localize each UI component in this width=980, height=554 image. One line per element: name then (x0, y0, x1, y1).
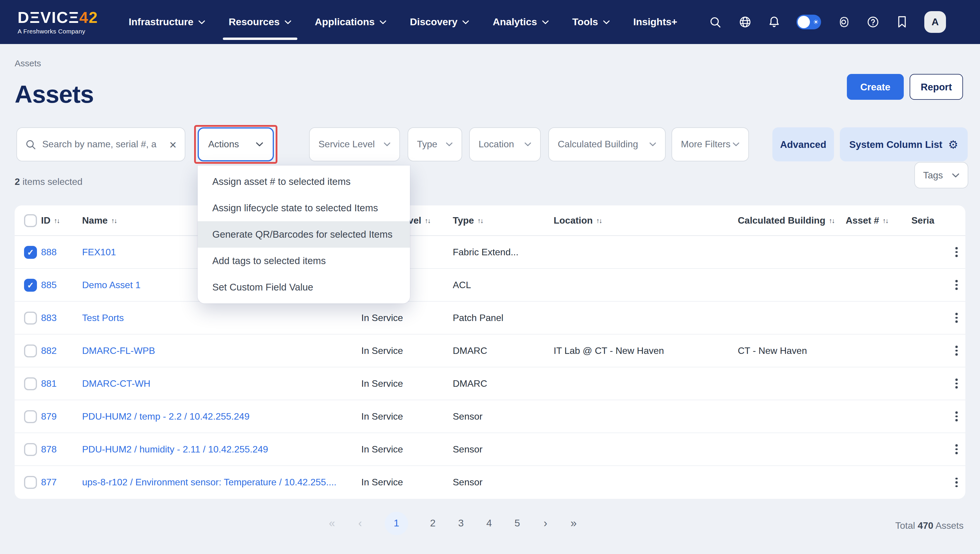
asset-name-link[interactable]: PDU-HUM2 / humidity - 2.11 / 10.42.255.2… (82, 444, 274, 454)
sort-icon[interactable]: ↑↓ (596, 217, 602, 224)
menu-item-assign-asset-to-selected-items[interactable]: Assign asset # to selected items (198, 168, 410, 195)
actions-dropdown-button[interactable]: Actions (198, 127, 274, 161)
last-page-button[interactable]: » (570, 517, 577, 530)
create-button[interactable]: Create (847, 74, 904, 100)
row-checkbox[interactable]: ✓ (24, 246, 37, 259)
sort-icon[interactable]: ↑↓ (425, 217, 431, 224)
sort-icon[interactable]: ↑↓ (829, 217, 835, 224)
filter-type[interactable]: Type (407, 127, 462, 161)
nav-item-applications[interactable]: Applications (315, 0, 387, 44)
filter-more-filters[interactable]: More Filters (671, 127, 749, 161)
report-button[interactable]: Report (910, 74, 963, 100)
column-header-location[interactable]: Location↑↓ (554, 215, 738, 226)
asset-id-link[interactable]: 878 (41, 444, 62, 454)
search-icon (25, 139, 37, 150)
user-avatar[interactable]: A (924, 11, 946, 33)
bookmark-icon[interactable] (895, 15, 909, 29)
row-checkbox[interactable] (24, 311, 37, 324)
breadcrumb[interactable]: Assets (15, 58, 41, 68)
service-level-cell: In Service (361, 345, 409, 355)
row-kebab-menu[interactable] (948, 343, 965, 358)
asset-id-link[interactable]: 879 (41, 411, 62, 421)
row-checkbox[interactable] (24, 443, 37, 456)
clear-search-icon[interactable]: × (169, 138, 177, 150)
nav-item-discovery[interactable]: Discovery (410, 0, 469, 44)
asset-id-link[interactable]: 885 (41, 279, 62, 290)
theme-toggle[interactable]: ☀ (796, 15, 821, 29)
row-checkbox[interactable] (24, 344, 37, 357)
row-checkbox[interactable]: ✓ (24, 278, 37, 291)
column-header-id[interactable]: ID↑↓ (41, 215, 82, 226)
globe-icon[interactable] (738, 15, 752, 29)
filter-service-level[interactable]: Service Level (309, 127, 400, 161)
nav-item-tools[interactable]: Tools (572, 0, 609, 44)
asset-name-link[interactable]: PDU-HUM2 / temp - 2.2 / 10.42.255.249 (82, 411, 255, 421)
page-button-4[interactable]: 4 (485, 517, 493, 529)
notifications-bell-icon[interactable] (767, 15, 781, 29)
asset-name-link[interactable]: DMARC-CT-WH (82, 378, 156, 388)
menu-item-generate-qr-barcodes-for-selected-items[interactable]: Generate QR/Barcodes for selected Items (198, 221, 410, 247)
nav-item-resources[interactable]: Resources (229, 0, 291, 44)
column-header-type[interactable]: Type↑↓ (453, 215, 554, 226)
tags-dropdown[interactable]: Tags (914, 162, 968, 188)
chevron-down-icon (379, 20, 387, 24)
asset-name-link[interactable]: ups-8-r102 / Environment sensor: Tempera… (82, 477, 342, 487)
filter-location[interactable]: Location (469, 127, 541, 161)
column-header-seria[interactable]: Seria (912, 215, 948, 226)
nav-item-infrastructure[interactable]: Infrastructure (129, 0, 205, 44)
asset-name-link[interactable]: FEX101 (82, 247, 122, 257)
search-icon[interactable] (708, 15, 722, 29)
menu-item-add-tags-to-selected-items[interactable]: Add tags to selected items (198, 247, 410, 274)
search-input[interactable] (42, 139, 163, 150)
row-kebab-menu[interactable] (948, 311, 965, 325)
system-column-list-button[interactable]: System Column List ⚙ (840, 127, 968, 161)
asset-id-link[interactable]: 882 (41, 345, 62, 355)
row-checkbox[interactable] (24, 476, 37, 489)
nav-item-insights[interactable]: Insights+ (633, 0, 678, 44)
next-page-button[interactable]: › (542, 517, 549, 530)
asset-id-link[interactable]: 888 (41, 247, 62, 257)
settings-gear-icon[interactable] (836, 15, 850, 29)
sort-icon[interactable]: ↑↓ (54, 217, 59, 224)
menu-item-assign-lifecycle-state-to-selected-items[interactable]: Assign lifecycle state to selected Items (198, 195, 410, 221)
asset-name-link[interactable]: Demo Asset 1 (82, 279, 146, 290)
service-level-cell: In Service (361, 411, 409, 421)
row-kebab-menu[interactable] (948, 442, 965, 457)
page-button-2[interactable]: 2 (429, 517, 436, 529)
column-header-asset[interactable]: Asset #↑↓ (846, 215, 912, 226)
page-button-3[interactable]: 3 (457, 517, 465, 529)
row-kebab-menu[interactable] (948, 475, 965, 490)
page-button-5[interactable]: 5 (514, 517, 521, 529)
sort-icon[interactable]: ↑↓ (111, 217, 117, 224)
filter-calculated-building[interactable]: Calculated Building (548, 127, 666, 161)
sort-icon[interactable]: ↑↓ (477, 217, 483, 224)
column-label: Name (82, 215, 108, 226)
asset-id-link[interactable]: 877 (41, 477, 62, 487)
brand-logo[interactable]: DΞVICΞ42 A Freshworks Company (18, 10, 98, 34)
app-root: DΞVICΞ42 A Freshworks Company Infrastruc… (0, 0, 980, 554)
chevron-down-icon (285, 20, 291, 24)
row-kebab-menu[interactable] (948, 278, 965, 292)
row-checkbox[interactable] (24, 377, 37, 390)
page-button-1[interactable]: 1 (385, 512, 408, 535)
menu-item-set-custom-field-value[interactable]: Set Custom Field Value (198, 274, 410, 300)
select-all-checkbox[interactable] (24, 214, 37, 227)
advanced-filter-button[interactable]: Advanced (772, 127, 834, 161)
prev-page-button[interactable]: ‹ (356, 517, 364, 530)
first-page-button[interactable]: « (328, 517, 336, 530)
asset-name-link[interactable]: Test Ports (82, 313, 130, 323)
help-icon[interactable] (865, 15, 880, 29)
row-kebab-menu[interactable] (948, 245, 965, 259)
nav-item-analytics[interactable]: Analytics (493, 0, 549, 44)
asset-id-link[interactable]: 883 (41, 313, 62, 323)
row-kebab-menu[interactable] (948, 409, 965, 424)
row-checkbox[interactable] (24, 410, 37, 423)
type-cell: Sensor (453, 477, 488, 487)
asset-name-link[interactable]: DMARC-FL-WPB (82, 345, 161, 355)
row-kebab-menu[interactable] (948, 377, 965, 391)
column-header-calculated-building[interactable]: Calculated Building↑↓ (738, 215, 846, 226)
sort-icon[interactable]: ↑↓ (883, 217, 888, 224)
chevron-down-icon (952, 173, 959, 177)
total-assets: Total 470 Assets (895, 520, 964, 531)
asset-id-link[interactable]: 881 (41, 378, 62, 388)
